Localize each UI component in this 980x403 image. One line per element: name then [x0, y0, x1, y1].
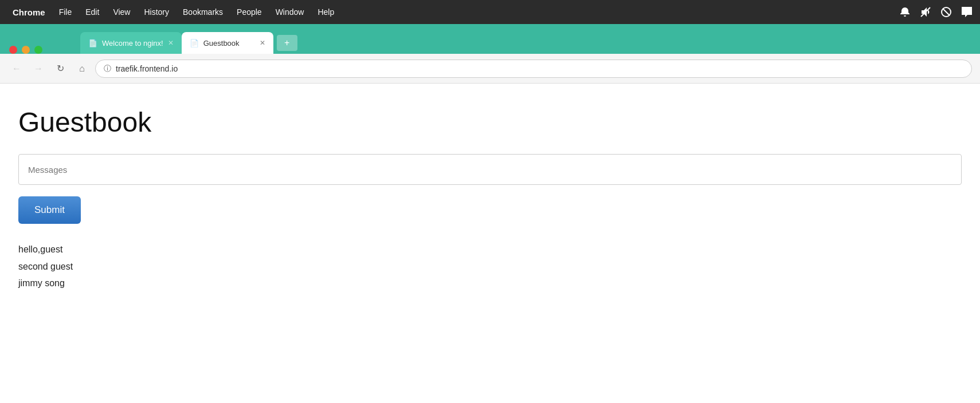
message-input[interactable]: [18, 154, 962, 185]
menu-bookmarks[interactable]: Bookmarks: [177, 5, 229, 19]
disabled-icon[interactable]: [940, 6, 952, 18]
tab-bar-wrapper: 📄 Welcome to nginx! ✕ 📄 Guestbook ✕ +: [0, 24, 980, 54]
tab-guestbook[interactable]: 📄 Guestbook ✕: [182, 32, 273, 54]
menu-history[interactable]: History: [138, 5, 175, 19]
close-dot[interactable]: [9, 46, 17, 54]
menu-bar: Chrome File Edit View History Bookmarks …: [0, 0, 980, 24]
svg-line-2: [943, 9, 950, 15]
tab-nginx[interactable]: 📄 Welcome to nginx! ✕: [80, 32, 182, 54]
mute-icon[interactable]: [919, 6, 932, 18]
menu-help[interactable]: Help: [312, 5, 340, 19]
menu-people[interactable]: People: [231, 5, 268, 19]
tab-guestbook-title: Guestbook: [203, 39, 255, 48]
reload-button[interactable]: ↻: [52, 60, 69, 77]
menu-bar-icons: [899, 6, 973, 18]
menu-window[interactable]: Window: [270, 5, 310, 19]
message-item-2: jimmy song: [18, 275, 962, 292]
secure-icon: ⓘ: [104, 64, 111, 74]
message-list: hello,guest second guest jimmy song: [18, 241, 962, 292]
message-item-1: second guest: [18, 258, 962, 275]
tab-guestbook-close[interactable]: ✕: [260, 39, 265, 47]
message-item-0: hello,guest: [18, 241, 962, 258]
home-button[interactable]: ⌂: [73, 60, 91, 77]
tab-nginx-close[interactable]: ✕: [168, 39, 174, 47]
tab-nginx-title: Welcome to nginx!: [102, 39, 163, 48]
nav-bar: ← → ↻ ⌂ ⓘ traefik.frontend.io: [0, 54, 980, 84]
forward-button[interactable]: →: [30, 60, 47, 77]
chat-icon[interactable]: [961, 6, 973, 18]
new-tab-button[interactable]: +: [277, 35, 297, 51]
menu-brand[interactable]: Chrome: [7, 5, 51, 19]
back-button[interactable]: ←: [8, 60, 25, 77]
maximize-dot[interactable]: [34, 46, 42, 54]
minimize-dot[interactable]: [22, 46, 30, 54]
tab-bar: 📄 Welcome to nginx! ✕ 📄 Guestbook ✕ +: [0, 24, 980, 54]
tab-guestbook-icon: 📄: [190, 39, 199, 48]
notification-icon[interactable]: [899, 6, 911, 18]
page-title: Guestbook: [18, 106, 962, 138]
page-content: Guestbook Submit hello,guest second gues…: [0, 84, 980, 370]
address-bar[interactable]: ⓘ traefik.frontend.io: [95, 60, 972, 78]
traffic-lights: [9, 46, 42, 54]
menu-edit[interactable]: Edit: [80, 5, 105, 19]
submit-button[interactable]: Submit: [18, 196, 81, 224]
menu-file[interactable]: File: [53, 5, 78, 19]
tab-nginx-icon: 📄: [88, 39, 97, 48]
menu-view[interactable]: View: [107, 5, 136, 19]
url-text: traefik.frontend.io: [116, 64, 178, 73]
